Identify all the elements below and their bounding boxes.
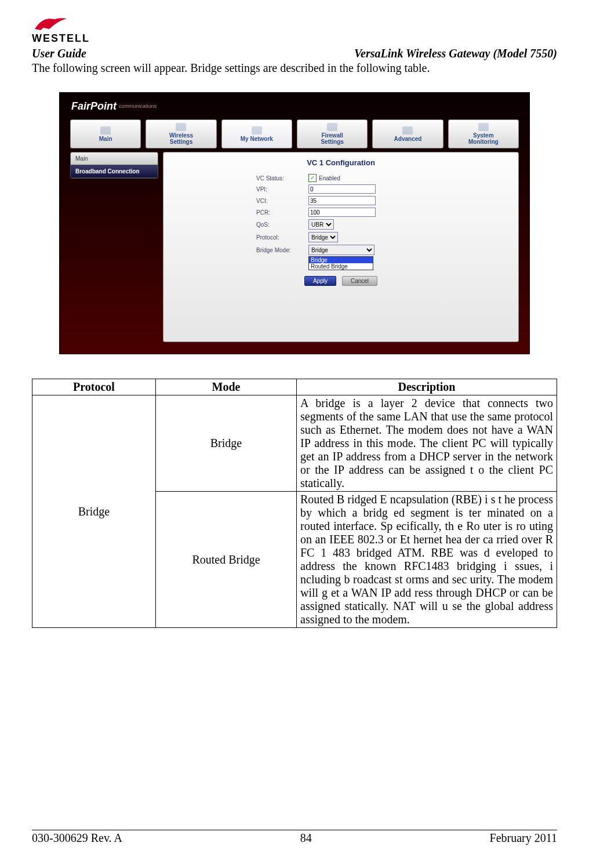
sidebar: Main Broadband Connection xyxy=(70,152,158,179)
sidebar-item-broadband[interactable]: Broadband Connection xyxy=(71,165,158,178)
cell-desc-routed: Routed B ridged E ncapsulation (RBE) i s… xyxy=(297,492,557,628)
th-mode: Mode xyxy=(156,379,297,395)
tab-system[interactable]: System Monitoring xyxy=(448,119,519,148)
th-description: Description xyxy=(297,379,557,395)
pcr-input[interactable] xyxy=(308,208,376,217)
doc-header-left: User Guide xyxy=(32,47,86,60)
th-protocol: Protocol xyxy=(32,379,156,395)
config-screenshot: FairPoint communications Main Wireless S… xyxy=(59,92,530,354)
firewall-icon xyxy=(327,123,337,131)
brand-text: WESTELL xyxy=(32,32,557,45)
vc-status-value: Enabled xyxy=(319,175,340,181)
vci-label: VCI: xyxy=(256,198,308,204)
protocol-label: Protocol: xyxy=(256,234,308,241)
tab-advanced[interactable]: Advanced xyxy=(372,119,443,148)
fairpoint-logo: FairPoint xyxy=(71,100,117,112)
intro-paragraph: The following screen will appear. Bridge… xyxy=(32,61,557,75)
main-panel: VC 1 Configuration VC Status:Enabled VPI… xyxy=(163,152,519,342)
doc-header: User Guide VersaLink Wireless Gateway (M… xyxy=(32,47,557,60)
apply-button[interactable]: Apply xyxy=(304,276,336,286)
protocol-select[interactable]: Bridge xyxy=(308,232,338,242)
sidebar-item-main[interactable]: Main xyxy=(71,152,158,165)
wifi-icon xyxy=(176,123,186,131)
footer-center: 84 xyxy=(300,831,312,845)
tab-firewall[interactable]: Firewall Settings xyxy=(297,119,368,148)
footer-left: 030-300629 Rev. A xyxy=(32,831,122,845)
fairpoint-sub: communications xyxy=(119,103,157,109)
home-icon xyxy=(100,126,111,135)
dropdown-option-routed-bridge[interactable]: Routed Bridge xyxy=(309,263,373,270)
monitor-icon xyxy=(478,123,489,131)
brand-logo: WESTELL xyxy=(32,12,557,45)
bridgemode-label: Bridge Mode: xyxy=(256,247,308,253)
gear-icon xyxy=(402,126,413,135)
vc-status-checkbox[interactable] xyxy=(308,174,317,182)
panel-title: VC 1 Configuration xyxy=(163,156,518,173)
cell-protocol: Bridge xyxy=(32,395,156,628)
cell-desc-bridge: A bridge is a layer 2 device that connec… xyxy=(297,395,557,492)
qos-label: QoS: xyxy=(256,221,308,228)
vci-input[interactable] xyxy=(308,196,376,205)
dropdown-option-bridge[interactable]: Bridge xyxy=(309,257,373,263)
doc-header-right: VersaLink Wireless Gateway (Model 7550) xyxy=(354,47,557,60)
swoosh-icon xyxy=(32,12,72,32)
bridgemode-dropdown-open[interactable]: Bridge Routed Bridge xyxy=(308,256,373,270)
page-footer: 030-300629 Rev. A 84 February 2011 xyxy=(32,830,557,845)
bridgemode-select[interactable]: Bridge xyxy=(308,245,375,255)
tab-main[interactable]: Main xyxy=(70,119,141,148)
cancel-button[interactable]: Cancel xyxy=(342,276,377,286)
network-icon xyxy=(252,126,262,135)
pcr-label: PCR: xyxy=(256,209,308,216)
cell-mode-bridge: Bridge xyxy=(156,395,297,492)
footer-right: February 2011 xyxy=(490,831,557,845)
cell-mode-routed: Routed Bridge xyxy=(156,492,297,628)
vpi-label: VPI: xyxy=(256,186,308,193)
tab-mynetwork[interactable]: My Network xyxy=(221,119,292,148)
vc-status-label: VC Status: xyxy=(256,175,308,181)
tab-wireless[interactable]: Wireless Settings xyxy=(146,119,216,148)
description-table: Protocol Mode Description Bridge Bridge … xyxy=(32,379,557,628)
vpi-input[interactable] xyxy=(308,184,376,194)
qos-select[interactable]: UBR xyxy=(308,219,334,230)
